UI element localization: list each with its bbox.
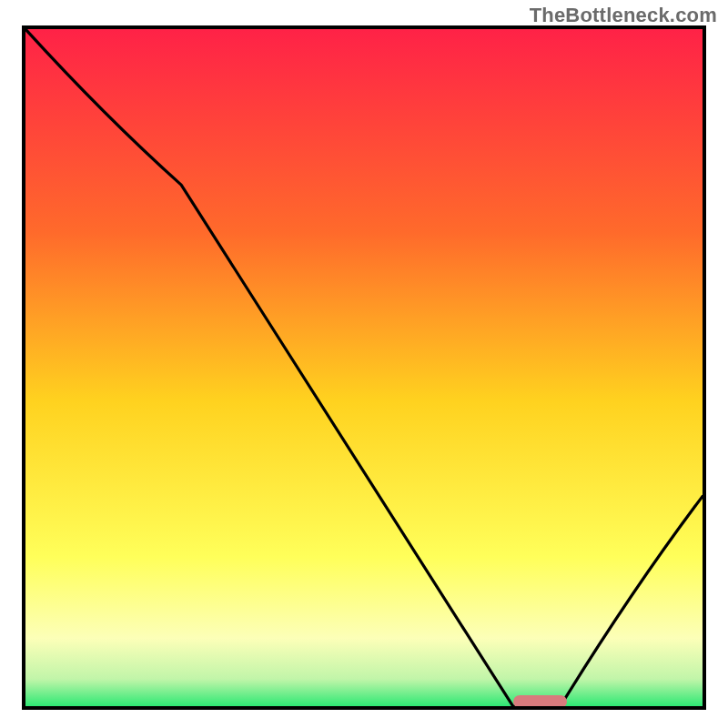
watermark-text: TheBottleneck.com <box>530 4 717 27</box>
chart-container: TheBottleneck.com <box>0 0 728 728</box>
optimum-marker <box>513 695 568 708</box>
bottleneck-curve <box>25 29 703 706</box>
plot-area <box>22 25 706 710</box>
